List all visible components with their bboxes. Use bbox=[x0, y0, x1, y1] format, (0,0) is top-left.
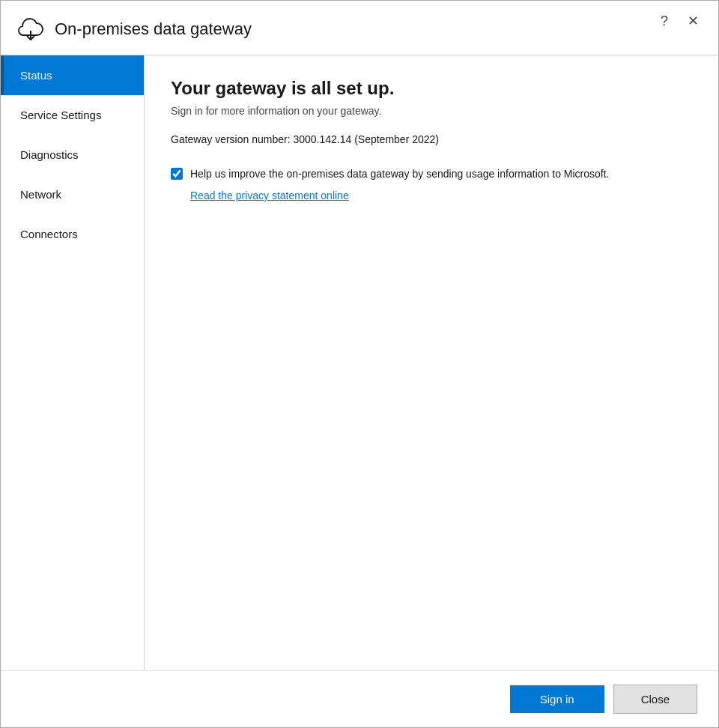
telemetry-checkbox-row: Help us improve the on-premises data gat… bbox=[171, 166, 692, 182]
sidebar-item-diagnostics[interactable]: Diagnostics bbox=[1, 135, 144, 175]
sidebar-item-connectors[interactable]: Connectors bbox=[1, 214, 144, 254]
telemetry-label: Help us improve the on-premises data gat… bbox=[190, 166, 610, 182]
close-button[interactable]: Close bbox=[613, 685, 697, 714]
main-panel: Your gateway is all set up. Sign in for … bbox=[145, 55, 718, 670]
content-area: Status Service Settings Diagnostics Netw… bbox=[1, 55, 718, 670]
telemetry-checkbox[interactable] bbox=[171, 168, 183, 180]
sign-in-button[interactable]: Sign in bbox=[510, 685, 604, 713]
sidebar-item-network[interactable]: Network bbox=[1, 175, 144, 214]
window-close-button[interactable]: ✕ bbox=[683, 13, 703, 29]
status-heading: Your gateway is all set up. bbox=[171, 78, 692, 99]
app-window: On-premises data gateway ? ✕ Status Serv… bbox=[0, 0, 719, 728]
app-title: On-premises data gateway bbox=[55, 19, 703, 39]
sidebar: Status Service Settings Diagnostics Netw… bbox=[1, 55, 145, 670]
title-bar: On-premises data gateway ? ✕ bbox=[1, 1, 718, 55]
status-subtext: Sign in for more information on your gat… bbox=[171, 105, 692, 117]
version-text: Gateway version number: 3000.142.14 (Sep… bbox=[171, 133, 692, 145]
cloud-gateway-icon bbox=[16, 14, 46, 44]
window-controls: ? ✕ bbox=[656, 13, 703, 29]
sidebar-item-status[interactable]: Status bbox=[1, 55, 144, 95]
privacy-link[interactable]: Read the privacy statement online bbox=[190, 189, 692, 201]
sidebar-item-service-settings[interactable]: Service Settings bbox=[1, 95, 144, 135]
help-button[interactable]: ? bbox=[656, 13, 673, 29]
footer: Sign in Close bbox=[1, 670, 718, 727]
